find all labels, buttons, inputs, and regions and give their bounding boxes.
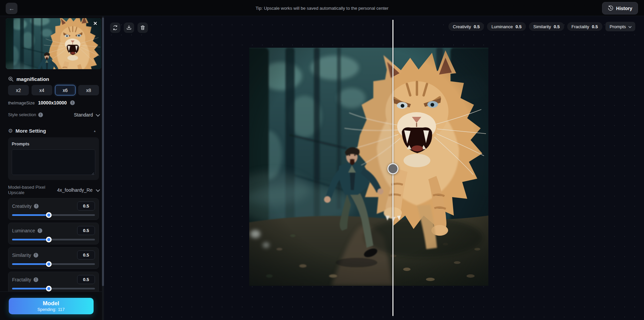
slider-value[interactable]: 0.5 — [77, 275, 95, 284]
parameter-badges: Creativity 0.5 Luminance 0.5 Similarity … — [448, 22, 635, 31]
badge-value: 0.5 — [516, 24, 522, 29]
regenerate-button[interactable] — [110, 22, 120, 33]
collapse-caret-icon — [93, 129, 96, 133]
more-setting-title: More Setting — [15, 128, 46, 134]
prompts-panel: Prompts — [8, 137, 99, 180]
slider-knob[interactable] — [46, 261, 52, 267]
chevron-down-icon — [628, 25, 632, 28]
history-icon — [608, 5, 613, 11]
image-size-row: theImageSize 10000x10000 — [8, 100, 99, 105]
top-bar: Tip: Upscale works will be saved automat… — [0, 0, 644, 16]
trash-icon — [140, 25, 146, 31]
chevron-down-icon — [96, 112, 100, 117]
gear-icon — [8, 128, 13, 134]
prompts-label: Prompts — [12, 141, 95, 146]
model-upscale-value: 4x_foolhardy_Re — [57, 187, 93, 193]
prompts-dropdown-label: Prompts — [610, 24, 626, 29]
delete-button[interactable] — [138, 22, 148, 33]
magnification-title: magnification — [16, 76, 49, 82]
slider-fill — [12, 263, 49, 265]
model-button-label: Model — [43, 300, 59, 307]
badge-label: Fractality — [572, 24, 589, 29]
creativity-slider[interactable] — [12, 214, 95, 216]
source-image-thumbnail[interactable] — [6, 18, 101, 69]
chevron-down-icon — [96, 187, 100, 192]
badge-luminance: Luminance 0.5 — [487, 22, 526, 31]
slider-knob[interactable] — [46, 286, 52, 291]
luminance-slider[interactable] — [12, 239, 95, 240]
slider-label: Similarity — [12, 253, 31, 258]
prompts-dropdown[interactable]: Prompts — [605, 22, 635, 31]
prompts-input[interactable] — [12, 149, 95, 175]
badge-similarity: Similarity 0.5 — [529, 22, 564, 31]
download-button[interactable] — [124, 22, 134, 33]
mag-option-x6[interactable]: x6 — [55, 85, 76, 95]
mag-option-x2[interactable]: x2 — [8, 85, 29, 95]
style-selection-label: Style selection — [8, 112, 37, 117]
slider-card-creativity: Creativity 0.5 — [8, 198, 99, 220]
history-button[interactable]: History — [602, 2, 638, 14]
info-icon[interactable] — [38, 228, 42, 233]
slider-value[interactable]: 0.5 — [77, 201, 95, 211]
badge-creativity: Creativity 0.5 — [448, 22, 484, 31]
info-icon[interactable] — [34, 253, 38, 258]
slider-knob[interactable] — [46, 237, 52, 242]
spending-label: Spending: — [37, 307, 56, 312]
badge-value: 0.5 — [592, 24, 598, 29]
back-button[interactable] — [6, 3, 17, 14]
slider-card-fractality: Fractality 0.5 — [8, 272, 99, 291]
info-icon[interactable] — [34, 277, 38, 282]
close-icon[interactable] — [92, 20, 99, 27]
slider-card-luminance: Luminance 0.5 — [8, 223, 99, 244]
download-icon — [126, 25, 132, 31]
style-selection-value: Standard — [74, 112, 93, 118]
sidebar-scroll-area: magnification x2 x4 x6 x8 theImageSize 1… — [0, 16, 102, 291]
slider-fill — [12, 288, 49, 289]
slider-label: Fractality — [12, 277, 31, 282]
style-selection-row: Style selection Standard — [8, 112, 99, 118]
info-icon[interactable] — [70, 100, 75, 105]
image-size-label: theImageSize — [8, 100, 35, 105]
workspace-canvas: Creativity 0.5 Luminance 0.5 Similarity … — [104, 16, 644, 320]
compare-divider-handle[interactable] — [387, 163, 398, 174]
slider-value[interactable]: 0.5 — [77, 226, 95, 235]
style-selection-dropdown[interactable]: Standard — [74, 112, 99, 118]
info-icon[interactable] — [38, 112, 43, 117]
before-image-region — [249, 48, 393, 286]
image-size-value: 10000x10000 — [38, 100, 67, 105]
more-setting-header[interactable]: More Setting — [8, 128, 99, 134]
model-upscale-label: Model-based Pixel Upscale — [8, 185, 46, 195]
canvas-toolbar — [110, 22, 148, 33]
mag-option-x4[interactable]: x4 — [32, 85, 52, 95]
magnification-options: x2 x4 x6 x8 — [8, 85, 99, 95]
badge-value: 0.5 — [474, 24, 480, 29]
mag-option-x8[interactable]: x8 — [78, 85, 99, 95]
model-upscale-row: Model-based Pixel Upscale 4x_foolhardy_R… — [8, 185, 99, 195]
badge-label: Luminance — [491, 24, 513, 29]
history-label: History — [616, 6, 632, 11]
slider-fill — [12, 214, 49, 216]
upscale-app: Tip: Upscale works will be saved automat… — [0, 0, 644, 320]
comparison-image — [249, 48, 488, 286]
magnification-header: magnification — [8, 76, 99, 82]
slider-card-similarity: Similarity 0.5 — [8, 247, 99, 269]
info-icon[interactable] — [34, 204, 39, 209]
tip-text: Tip: Upscale works will be saved automat… — [0, 0, 644, 16]
badge-label: Creativity — [453, 24, 471, 29]
slider-fill — [12, 239, 49, 240]
model-submit-button[interactable]: Model Spending: 117 — [9, 298, 94, 314]
model-upscale-dropdown[interactable]: 4x_foolhardy_Re — [57, 187, 99, 193]
thumbnail-image — [6, 18, 101, 69]
slider-value[interactable]: 0.5 — [77, 250, 95, 260]
sidebar-footer: Model Spending: 117 — [0, 291, 102, 320]
slider-knob[interactable] — [46, 212, 52, 218]
before-image — [249, 48, 393, 286]
sidebar: magnification x2 x4 x6 x8 theImageSize 1… — [0, 16, 102, 320]
prompts-textarea-wrap — [12, 149, 95, 176]
badge-label: Similarity — [533, 24, 551, 29]
similarity-slider[interactable] — [12, 263, 95, 265]
badge-value: 0.5 — [554, 24, 560, 29]
slider-label: Luminance — [12, 228, 35, 233]
fractality-slider[interactable] — [12, 288, 95, 289]
refresh-icon — [112, 25, 118, 31]
